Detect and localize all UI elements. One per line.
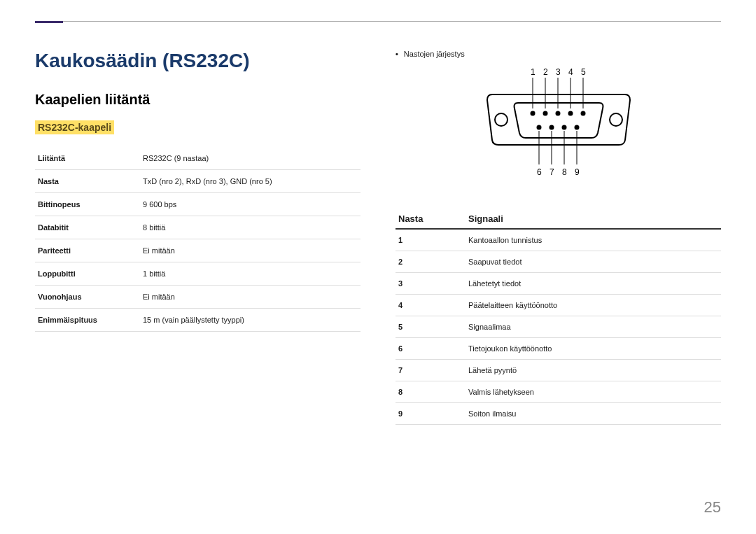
svg-point-7	[530, 111, 535, 116]
signal-name: Lähetä pyyntö	[465, 360, 721, 381]
spec-row: LiitäntäRS232C (9 nastaa)	[35, 147, 360, 170]
svg-point-14	[561, 125, 566, 130]
signal-name: Signaalimaa	[465, 316, 721, 338]
spec-value: 15 m (vain päällystetty tyyppi)	[140, 309, 360, 332]
pin-num: 2	[543, 67, 548, 77]
bullet-icon: •	[396, 50, 398, 58]
spec-label: Pariteetti	[35, 239, 140, 262]
header-rule	[35, 21, 721, 22]
spec-label: Liitäntä	[35, 147, 140, 170]
signal-row: 2Saapuvat tiedot	[396, 251, 721, 273]
svg-point-15	[574, 125, 579, 130]
signal-pin: 9	[396, 403, 465, 425]
signal-pin: 4	[396, 295, 465, 316]
spec-value: 1 bittiä	[140, 262, 360, 286]
db9-connector-icon: 1 2 3 4 5	[468, 66, 650, 185]
signal-name: Kantoaallon tunnistus	[465, 230, 721, 251]
signal-pin: 5	[396, 316, 465, 338]
left-column: Kaukosäädin (RS232C) Kaapelien liitäntä …	[35, 50, 360, 425]
svg-point-11	[580, 111, 585, 116]
spec-value: Ei mitään	[140, 239, 360, 262]
pin-num: 6	[537, 167, 542, 177]
spec-table: LiitäntäRS232C (9 nastaa) NastaTxD (nro …	[35, 147, 360, 332]
svg-point-8	[542, 111, 547, 116]
subsection-heading: RS232C-kaapeli	[35, 120, 114, 134]
svg-point-13	[549, 125, 554, 130]
signal-name: Päätelaitteen käyttöönotto	[465, 295, 721, 316]
svg-point-10	[568, 111, 573, 116]
spec-label: Bittinopeus	[35, 193, 140, 216]
pin-order-note: • Nastojen järjestys	[396, 50, 721, 58]
page-number: 25	[704, 498, 721, 517]
spec-row: Loppubitti1 bittiä	[35, 262, 360, 286]
spec-row: Enimmäispituus15 m (vain päällystetty ty…	[35, 309, 360, 332]
spec-row: PariteettiEi mitään	[35, 239, 360, 262]
spec-row: NastaTxD (nro 2), RxD (nro 3), GND (nro …	[35, 170, 360, 193]
pin-order-text: Nastojen järjestys	[404, 50, 465, 58]
signal-name: Saapuvat tiedot	[465, 251, 721, 273]
spec-value: TxD (nro 2), RxD (nro 3), GND (nro 5)	[140, 170, 360, 193]
spec-label: Loppubitti	[35, 262, 140, 286]
signal-name: Valmis lähetykseen	[465, 381, 721, 403]
db9-connector-diagram: 1 2 3 4 5	[396, 66, 721, 188]
spec-label: Enimmäispituus	[35, 309, 140, 332]
signal-pin: 6	[396, 338, 465, 360]
svg-point-6	[610, 113, 622, 126]
page-title: Kaukosäädin (RS232C)	[35, 50, 360, 72]
signal-table-header: Nasta Signaali	[396, 209, 721, 230]
signal-name: Lähetetyt tiedot	[465, 273, 721, 295]
spec-row: Databitit8 bittiä	[35, 216, 360, 239]
spec-value: 9 600 bps	[140, 193, 360, 216]
signal-pin: 2	[396, 251, 465, 273]
spec-row: Bittinopeus9 600 bps	[35, 193, 360, 216]
pin-num: 4	[568, 67, 573, 77]
svg-point-9	[555, 111, 560, 116]
signal-table: 1Kantoaallon tunnistus 2Saapuvat tiedot …	[396, 230, 721, 425]
signal-row: 1Kantoaallon tunnistus	[396, 230, 721, 251]
signal-row: 8Valmis lähetykseen	[396, 381, 721, 403]
signal-pin: 8	[396, 381, 465, 403]
signal-pin: 3	[396, 273, 465, 295]
signal-row: 3Lähetetyt tiedot	[396, 273, 721, 295]
pin-num: 8	[562, 167, 567, 177]
signal-row: 4Päätelaitteen käyttöönotto	[396, 295, 721, 316]
spec-label: Databitit	[35, 216, 140, 239]
signal-name: Soiton ilmaisu	[465, 403, 721, 425]
spec-label: Nasta	[35, 170, 140, 193]
signal-name: Tietojoukon käyttöönotto	[465, 338, 721, 360]
signal-pin: 1	[396, 230, 465, 251]
spec-value: 8 bittiä	[140, 216, 360, 239]
spec-value: RS232C (9 nastaa)	[140, 147, 360, 170]
pin-num: 1	[531, 67, 536, 77]
pin-num: 7	[550, 167, 554, 177]
svg-point-12	[536, 125, 541, 130]
signal-pin: 7	[396, 360, 465, 381]
pin-num: 5	[581, 67, 586, 77]
spec-label: Vuonohjaus	[35, 286, 140, 309]
right-column: • Nastojen järjestys 1 2 3 4 5	[396, 50, 721, 425]
spec-row: VuonohjausEi mitään	[35, 286, 360, 309]
pin-num: 3	[556, 67, 561, 77]
signal-row: 7Lähetä pyyntö	[396, 360, 721, 381]
spec-value: Ei mitään	[140, 286, 360, 309]
signal-row: 6Tietojoukon käyttöönotto	[396, 338, 721, 360]
col-header-nasta: Nasta	[398, 213, 468, 224]
signal-row: 5Signaalimaa	[396, 316, 721, 338]
header-accent	[35, 21, 63, 23]
pin-num: 9	[575, 167, 580, 177]
svg-point-5	[495, 113, 507, 126]
col-header-signaali: Signaali	[468, 213, 503, 224]
section-heading: Kaapelien liitäntä	[35, 92, 360, 108]
signal-row: 9Soiton ilmaisu	[396, 403, 721, 425]
